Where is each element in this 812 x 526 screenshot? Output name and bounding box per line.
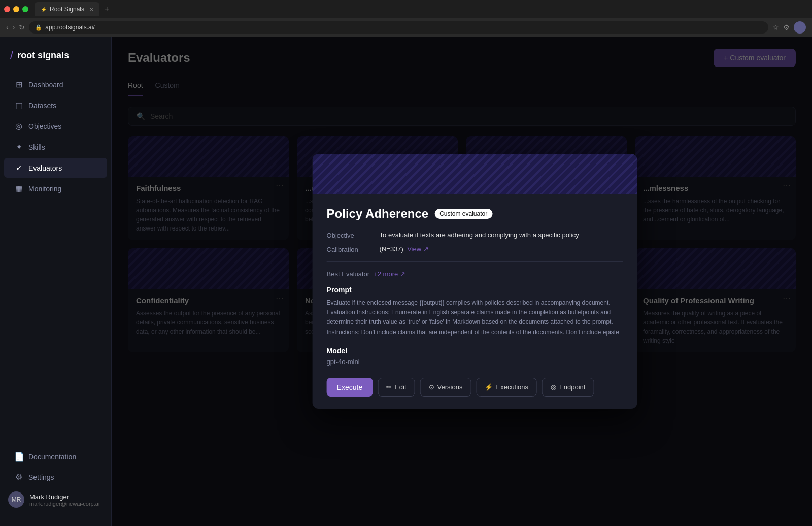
sidebar-bottom: 📄 Documentation ⚙ Settings MR Mark Rüdig… [0, 440, 111, 518]
best-evaluator-more: +2 more [374, 270, 398, 278]
sidebar-item-objectives[interactable]: ◎ Objectives [4, 116, 107, 136]
sidebar-item-dashboard[interactable]: ⊞ Dashboard [4, 75, 107, 94]
calibration-value: (N=337) View ↗ [380, 245, 623, 253]
browser-tab[interactable]: ⚡ Root Signals ✕ [35, 2, 99, 16]
extensions-icon[interactable]: ⚙ [783, 23, 790, 31]
back-button[interactable]: ‹ [6, 23, 9, 31]
sidebar-item-label: Dashboard [28, 81, 63, 89]
versions-label: Versions [437, 383, 463, 391]
modal-body: Policy Adherence Custom evaluator Object… [313, 194, 637, 409]
objective-value: To evaluate if texts are adhering and co… [380, 231, 623, 239]
traffic-light-red[interactable] [4, 6, 10, 12]
sidebar-item-datasets[interactable]: ◫ Datasets [4, 95, 107, 115]
endpoint-icon: ◎ [551, 383, 556, 391]
sidebar-item-label: Datasets [28, 102, 56, 110]
traffic-light-yellow[interactable] [13, 6, 19, 12]
best-evaluator-label: Best Evaluator [327, 270, 370, 278]
executions-label: Executions [496, 383, 528, 391]
datasets-icon: ◫ [14, 101, 23, 110]
custom-evaluator-badge: Custom evaluator [434, 209, 492, 219]
model-value: gpt-4o-mini [327, 358, 623, 366]
monitoring-icon: ▦ [14, 184, 23, 193]
main-content: Evaluators + Custom evaluator Root Custo… [112, 37, 812, 526]
logo-text: root signals [17, 50, 69, 61]
sidebar-item-evaluators[interactable]: ✓ Evaluators [4, 158, 107, 178]
forward-button[interactable]: › [13, 23, 15, 31]
calibration-label: Calibration [327, 245, 367, 253]
user-info[interactable]: MR Mark Rüdiger mark.rudiger@newai-corp.… [0, 487, 111, 512]
logo-slash: / [10, 49, 13, 62]
traffic-light-green[interactable] [22, 6, 28, 12]
user-email: mark.rudiger@newai-corp.ai [29, 501, 99, 507]
best-evaluator-row: Best Evaluator +2 more ↗ [327, 270, 623, 278]
documentation-icon: 📄 [14, 452, 23, 462]
sidebar-item-label: Skills [28, 143, 45, 151]
execute-button[interactable]: Execute [327, 378, 373, 397]
tab-title: Root Signals [50, 6, 84, 13]
edit-icon: ✏ [386, 383, 392, 391]
sidebar-item-label: Objectives [28, 122, 61, 130]
versions-button[interactable]: ⊙ Versions [420, 378, 471, 397]
address-bar: ‹ › ↻ 🔒 app.rootsignals.ai/ ☆ ⚙ [0, 18, 812, 37]
url-text: app.rootsignals.ai/ [45, 24, 94, 31]
sidebar-item-label: Evaluators [28, 164, 62, 172]
sidebar-item-label: Settings [28, 473, 54, 481]
new-tab-button[interactable]: + [101, 5, 112, 14]
policy-adherence-modal: Policy Adherence Custom evaluator Object… [313, 154, 637, 409]
sidebar-item-skills[interactable]: ✦ Skills [4, 137, 107, 157]
edit-label: Edit [395, 383, 406, 391]
lock-icon: 🔒 [35, 24, 42, 31]
divider [327, 261, 623, 262]
tab-close-icon[interactable]: ✕ [89, 7, 93, 12]
model-section: Model gpt-4o-mini [327, 347, 623, 366]
dashboard-icon: ⊞ [14, 80, 23, 89]
sidebar-item-settings[interactable]: ⚙ Settings [4, 467, 107, 487]
tab-bar: ⚡ Root Signals ✕ + [0, 0, 812, 18]
objectives-icon: ◎ [14, 121, 23, 131]
modal-title-row: Policy Adherence Custom evaluator [327, 207, 623, 221]
sidebar: / root signals ⊞ Dashboard ◫ Datasets ◎ … [0, 37, 112, 526]
skills-icon: ✦ [14, 142, 23, 152]
settings-icon: ⚙ [14, 472, 23, 482]
modal-pattern [313, 154, 637, 194]
endpoint-button[interactable]: ◎ Endpoint [542, 378, 594, 397]
sidebar-item-monitoring[interactable]: ▦ Monitoring [4, 179, 107, 199]
executions-icon: ⚡ [485, 383, 493, 391]
modal-calibration-row: Calibration (N=337) View ↗ [327, 245, 623, 253]
tab-favicon: ⚡ [41, 7, 47, 12]
avatar: MR [8, 491, 24, 508]
sidebar-item-documentation[interactable]: 📄 Documentation [4, 447, 107, 467]
objective-label: Objective [327, 231, 367, 239]
user-details: Mark Rüdiger mark.rudiger@newai-corp.ai [29, 493, 99, 507]
url-box[interactable]: 🔒 app.rootsignals.ai/ [29, 21, 768, 34]
browser-chrome: ⚡ Root Signals ✕ + ‹ › ↻ 🔒 app.rootsigna… [0, 0, 812, 37]
model-label: Model [327, 347, 623, 355]
modal-title: Policy Adherence [327, 207, 429, 221]
versions-icon: ⊙ [429, 383, 434, 391]
best-evaluator-more-link[interactable]: +2 more ↗ [374, 270, 405, 278]
modal-actions: Execute ✏ Edit ⊙ Versions ⚡ Executions [327, 378, 623, 397]
app: / root signals ⊞ Dashboard ◫ Datasets ◎ … [0, 37, 812, 526]
evaluators-icon: ✓ [14, 163, 23, 173]
executions-button[interactable]: ⚡ Executions [476, 378, 537, 397]
bookmark-icon[interactable]: ☆ [772, 23, 779, 31]
edit-button[interactable]: ✏ Edit [378, 378, 415, 397]
modal-objective-row: Objective To evaluate if texts are adher… [327, 231, 623, 239]
prompt-section: Prompt Evaluate if the enclosed message … [327, 286, 623, 339]
toolbar-icons: ☆ ⚙ [772, 21, 806, 34]
calibration-n: (N=337) [380, 245, 403, 253]
sidebar-item-label: Monitoring [28, 185, 61, 193]
browser-avatar[interactable] [794, 21, 806, 34]
logo: / root signals [0, 45, 111, 74]
prompt-text: Evaluate if the enclosed message {{outpu… [327, 298, 623, 339]
traffic-lights [4, 6, 28, 12]
prompt-label: Prompt [327, 286, 623, 294]
endpoint-label: Endpoint [559, 383, 585, 391]
refresh-button[interactable]: ↻ [19, 23, 25, 31]
calibration-view-label: View [407, 245, 421, 253]
user-name: Mark Rüdiger [29, 493, 99, 501]
sidebar-item-label: Documentation [28, 453, 76, 461]
calibration-view-link[interactable]: View ↗ [407, 245, 429, 253]
